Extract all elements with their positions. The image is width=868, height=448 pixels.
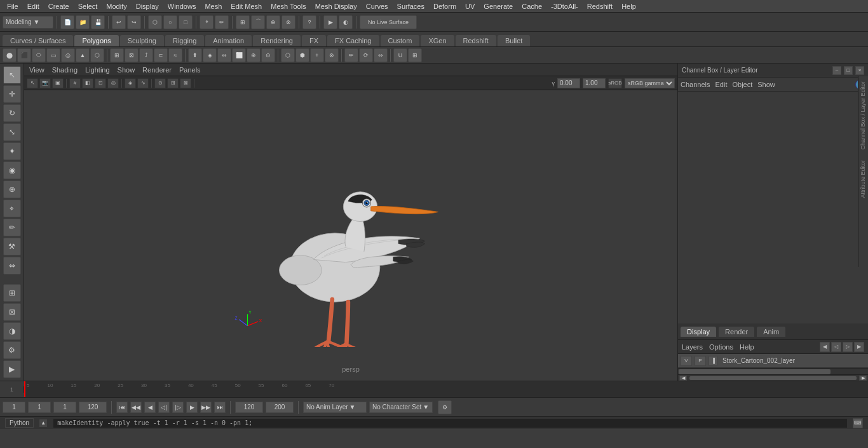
checkbox-field[interactable] [53,402,76,413]
next-frame-btn[interactable]: ▶ [186,402,198,413]
snap-points-btn[interactable]: ⊞ [3,284,21,302]
anim-pref-btn[interactable]: ⚙ [438,400,452,414]
vp-subdiv-preview-btn[interactable]: ◈ [125,78,136,88]
vp-menu-show[interactable]: Show [118,66,135,74]
gamma-value-input[interactable] [557,78,580,88]
shelf-boolean[interactable]: ⊂ [154,48,168,62]
goto-end-btn[interactable]: ⏭ [214,402,226,413]
tab-anim[interactable]: Anim [757,327,785,337]
vp-menu-renderer[interactable]: Renderer [142,66,172,74]
sculpt-tool-btn[interactable]: ⚒ [3,238,21,255]
menu-uv[interactable]: UV [461,1,479,11]
snap-to-grid-btn[interactable]: ⊞ [236,15,250,29]
vp-camera-btn[interactable]: 📷 [39,78,51,88]
hscroll-bar[interactable] [689,376,857,380]
shelf-offset-loop[interactable]: ⬢ [295,48,309,62]
vp-menu-view[interactable]: View [29,66,44,74]
workspace-dropdown[interactable]: Modeling ▼ [3,16,53,29]
new-scene-btn[interactable]: 📄 [60,15,74,29]
shelf-smooth[interactable]: ≈ [168,48,182,62]
cb-nav-show[interactable]: Show [757,81,775,88]
ipr-btn[interactable]: ◐ [339,15,353,29]
vp-menu-shading[interactable]: Shading [52,66,78,74]
menu-display[interactable]: Display [132,1,163,11]
render-btn[interactable]: ▶ [323,15,337,29]
soft-select-btn[interactable]: ◉ [3,161,21,179]
timeline-ruler[interactable]: 5 10 15 20 25 30 35 40 45 50 55 60 65 70 [24,381,868,397]
layer-next-btn[interactable]: ▶ [854,342,864,352]
menu-modify[interactable]: Modify [102,1,131,11]
shelf-combine[interactable]: ⊞ [110,48,124,62]
next-key-btn[interactable]: |▷ [172,402,184,413]
vp-frame-all-btn[interactable]: ⊠ [180,78,191,88]
shelf-plane[interactable]: ▭ [46,48,60,62]
no-char-set-dropdown[interactable]: No Character Set ▼ [369,402,433,413]
shelf-relax[interactable]: ⟳ [359,48,373,62]
snap-to-curve-btn[interactable]: ⌒ [251,15,265,29]
vp-smooth-preview-btn[interactable]: ∿ [137,78,149,88]
vp-frame-selected-btn[interactable]: ⊞ [167,78,179,88]
cb-nav-object[interactable]: Object [732,81,752,88]
vert-tab-attribute-editor[interactable]: Attribute Editor [858,155,868,203]
snap-to-view-btn[interactable]: ⊗ [281,15,295,29]
paint-select-btn[interactable]: ✏ [215,15,229,29]
status-icon[interactable]: ⌨ [853,418,863,428]
lasso-tool-btn[interactable]: ⌖ [3,200,21,217]
cb-nav-channels[interactable]: Channels [681,81,710,88]
shelf-cone[interactable]: ▲ [76,48,90,62]
shelf-bridge[interactable]: ⇔ [217,48,231,62]
shelf-fill-hole[interactable]: ⬜ [232,48,246,62]
menu-edit[interactable]: Edit [23,1,44,11]
tab-rendering[interactable]: Rendering [253,35,301,46]
show-manip-btn[interactable]: ⊕ [3,180,21,198]
shelf-disk[interactable]: ⬡ [90,48,104,62]
tab-rigging[interactable]: Rigging [165,35,204,46]
vert-tab-channel-box[interactable]: Channel Box / Layer Editor [858,76,868,155]
select-tool-btn[interactable]: ↖ [3,66,21,84]
rotate-tool-btn[interactable]: ↻ [3,104,21,122]
save-scene-btn[interactable]: 💾 [91,15,105,29]
step-fwd-btn[interactable]: ▶▶ [200,402,212,413]
layer-prev2-btn[interactable]: ◁ [831,342,841,352]
no-anim-layer-dropdown[interactable]: No Anim Layer ▼ [303,402,367,413]
menu-mesh-display[interactable]: Mesh Display [311,1,362,11]
layer-playback-btn[interactable]: P [695,356,706,366]
step-back-btn[interactable]: ◀◀ [130,402,142,413]
shelf-sculpt[interactable]: ✏ [344,48,358,62]
select-by-object-btn[interactable]: ○ [163,15,177,29]
frame2-field[interactable] [28,402,51,413]
tab-animation[interactable]: Animation [205,35,252,46]
vp-shading-btn[interactable]: ◧ [82,78,93,88]
menu-select[interactable]: Select [74,1,102,11]
redo-btn[interactable]: ↪ [127,15,141,29]
tab-bullet[interactable]: Bullet [498,35,531,46]
undo-btn[interactable]: ↩ [112,15,126,29]
shelf-cube[interactable]: ⬛ [17,48,31,62]
shelf-uv-unfold[interactable]: U [393,48,407,62]
snap-to-point-btn[interactable]: ⊕ [266,15,280,29]
current-frame-field[interactable] [3,402,25,413]
channel-box-minimize[interactable]: – [832,66,841,75]
python-tab[interactable]: Python [5,418,34,428]
mirror-tool-btn[interactable]: ⇔ [3,257,21,275]
shelf-target-weld[interactable]: ⊗ [325,48,339,62]
python-expand-btn[interactable]: ▲ [39,419,48,428]
anim-settings-icon[interactable]: ⚙ [438,400,452,414]
render-view-btn[interactable]: ▶ [3,360,21,378]
shelf-edge-loop[interactable]: ⬡ [281,48,295,62]
layer-visibility-btn[interactable]: V [681,356,692,366]
vp-menu-panels[interactable]: Panels [179,66,201,74]
layers-scrollbar[interactable] [679,369,831,374]
playback-end-field[interactable] [235,402,263,413]
tab-curves-surfaces[interactable]: Curves / Surfaces [3,35,73,46]
layer-next2-btn[interactable]: ▷ [843,342,853,352]
shelf-merge[interactable]: ⊕ [247,48,261,62]
goto-start-btn[interactable]: ⏮ [116,402,128,413]
prev-key-btn[interactable]: ◁| [158,402,170,413]
vp-isolate-btn[interactable]: ⊙ [154,78,166,88]
menu-windows[interactable]: Windows [163,1,201,11]
layers-nav-options[interactable]: Options [709,343,733,351]
history-btn[interactable]: ? [302,15,316,29]
lasso-select-btn[interactable]: ⌖ [200,15,214,29]
snap-grid-btn[interactable]: ⊠ [3,303,21,321]
